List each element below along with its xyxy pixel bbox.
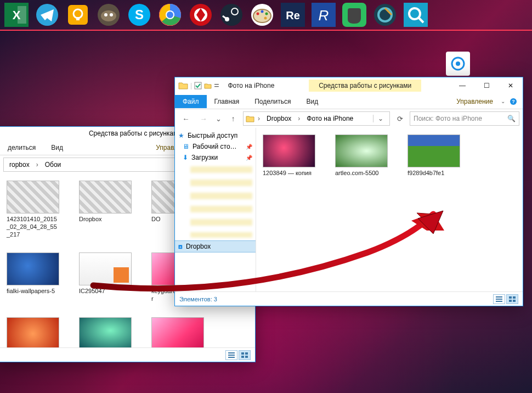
file-label: fialki-wallpapers-5	[7, 288, 59, 303]
maximize-icon: ☐	[484, 82, 490, 89]
svg-text:S: S	[135, 7, 144, 22]
tab-home[interactable]: Главная	[207, 95, 247, 108]
tab-view[interactable]: Вид	[298, 95, 326, 108]
up-button[interactable]: ↑	[225, 111, 241, 126]
file-label: IC295047	[79, 288, 132, 303]
maximize-button[interactable]: ☐	[474, 77, 499, 94]
sidebar-dropbox[interactable]: ⧈ Dropbox	[175, 241, 256, 252]
view-details-button[interactable]	[493, 294, 505, 304]
taskbar-app-skype[interactable]: S	[124, 0, 155, 30]
taskbar-app-search[interactable]	[400, 0, 431, 30]
svg-point-10	[110, 13, 113, 16]
sidebar-label: Рабочий сто…	[193, 143, 237, 150]
sidebar-downloads[interactable]: ⬇ Загрузки 📌	[175, 152, 256, 163]
tab-manage[interactable]: Управление	[449, 95, 501, 108]
help-icon[interactable]: ?	[510, 98, 517, 105]
taskbar-app-evernote[interactable]	[339, 0, 370, 30]
close-button[interactable]: ✕	[499, 77, 523, 94]
thumbnail-image	[151, 317, 204, 347]
history-dropdown[interactable]: ⌄	[213, 111, 223, 126]
breadcrumb-sep	[35, 161, 39, 169]
svg-point-9	[104, 13, 107, 16]
taskbar-app-camera[interactable]	[370, 0, 400, 30]
forward-button[interactable]: →	[196, 111, 211, 126]
taskbar-app-opera[interactable]	[185, 0, 216, 30]
breadcrumb-item[interactable]: ropbox	[6, 160, 33, 170]
file-label: f9289d4b7fe1	[408, 170, 460, 185]
taskbar-app-steam[interactable]	[216, 0, 247, 30]
desktop-shortcut[interactable]	[442, 52, 474, 78]
view-thumbs-button[interactable]	[506, 294, 518, 304]
refresh-button[interactable]: ⟳	[392, 111, 408, 126]
thumbnail-image	[263, 134, 315, 167]
taskbar-app-r[interactable]: R	[308, 0, 339, 30]
svg-rect-49	[496, 296, 502, 297]
view-details-button[interactable]	[225, 350, 237, 360]
svg-rect-53	[513, 296, 516, 299]
ribbon-collapse-icon[interactable]: ⌄	[501, 98, 505, 104]
svg-rect-54	[509, 300, 512, 302]
file-label: 1423101410_2015_02_28_04_28_55_217	[7, 216, 59, 238]
taskbar-app-chrome[interactable]	[155, 0, 185, 30]
file-thumb[interactable]: IC295047	[79, 252, 132, 303]
file-thumb[interactable]: 1423101410_2015_02_28_04_28_55_217	[7, 181, 59, 238]
tab-view[interactable]: Вид	[43, 141, 71, 154]
qat-folder-icon[interactable]	[204, 82, 212, 89]
taskbar-app-keep[interactable]	[63, 0, 93, 30]
tab-file[interactable]: Файл	[175, 95, 207, 108]
file-thumb[interactable]: 1203849 — копия	[263, 134, 315, 185]
file-thumb[interactable]: f9289d4b7fe1	[408, 134, 460, 185]
taskbar-app-gimp[interactable]	[93, 0, 124, 30]
thumbnail-image	[79, 181, 132, 214]
taskbar-app-revo[interactable]: Re	[278, 0, 308, 30]
file-thumb[interactable]: artleo.com-5500	[335, 134, 388, 185]
sidebar-quick-access[interactable]: ★ Быстрый доступ	[175, 130, 256, 141]
sidebar-label: Быстрый доступ	[188, 132, 237, 139]
back-button[interactable]: ←	[178, 111, 194, 126]
svg-rect-44	[241, 356, 244, 358]
svg-rect-43	[245, 352, 248, 355]
taskbar-app-telegram[interactable]	[32, 0, 63, 30]
status-bar	[0, 347, 255, 362]
tab-share[interactable]: делиться	[0, 141, 43, 154]
file-thumb[interactable]: Dropbox	[79, 181, 132, 238]
qat-sep: |	[190, 82, 192, 89]
taskbar-app-excel[interactable]: X	[1, 0, 32, 30]
svg-rect-2	[18, 6, 26, 24]
thumbnail-image	[79, 252, 132, 285]
file-thumb[interactable]: fialki-wallpapers-5	[7, 252, 59, 303]
picture-tools-tab[interactable]: Средства работы с рисунками	[309, 80, 421, 92]
status-bar: Элементов: 3	[175, 291, 523, 306]
breadcrumb-item[interactable]: Dropbox	[263, 114, 295, 123]
svg-rect-50	[496, 299, 502, 300]
sidebar-blurred-items	[190, 166, 252, 238]
svg-rect-41	[228, 357, 235, 358]
taskbar-app-paint[interactable]	[247, 0, 278, 30]
file-thumb[interactable]: wallpaper-1911991	[79, 317, 132, 347]
minimize-button[interactable]: —	[450, 77, 474, 94]
tab-share[interactable]: Поделиться	[247, 95, 298, 108]
breadcrumb-sep	[257, 115, 261, 122]
svg-text:Re: Re	[286, 9, 300, 21]
file-thumb[interactable]: wallpaper-1911991	[7, 317, 59, 347]
file-thumb[interactable]: Wallpaper-OS-X-El-Capitan-Mac	[151, 317, 204, 347]
checkbox-icon[interactable]	[194, 82, 202, 89]
file-label: Dropbox	[79, 216, 132, 231]
svg-rect-52	[509, 296, 512, 299]
breadcrumb-item[interactable]: Обои	[42, 160, 65, 170]
svg-point-16	[167, 12, 173, 18]
file-grid: 1203849 — копияartleo.com-5500f9289d4b7f…	[256, 128, 523, 291]
taskbar: X S Re R	[0, 0, 532, 31]
breadcrumb-item[interactable]: Фото на iPhone	[303, 114, 356, 123]
sidebar-desktop[interactable]: 🖥 Рабочий сто… 📌	[175, 141, 256, 152]
file-label: artleo.com-5500	[335, 170, 388, 185]
pin-icon: 📌	[246, 155, 252, 161]
search-input[interactable]: Поиск: Фото на iPhone 🔍	[410, 111, 519, 126]
svg-rect-6	[76, 17, 80, 20]
close-icon: ✕	[508, 82, 513, 89]
view-thumbs-button[interactable]	[239, 350, 251, 360]
address-dropdown-icon[interactable]: ⌄	[373, 115, 387, 122]
address-bar[interactable]: Dropbox Фото на iPhone ⌄	[243, 111, 390, 126]
svg-rect-39	[228, 352, 235, 353]
file-label: 1203849 — копия	[263, 170, 315, 185]
